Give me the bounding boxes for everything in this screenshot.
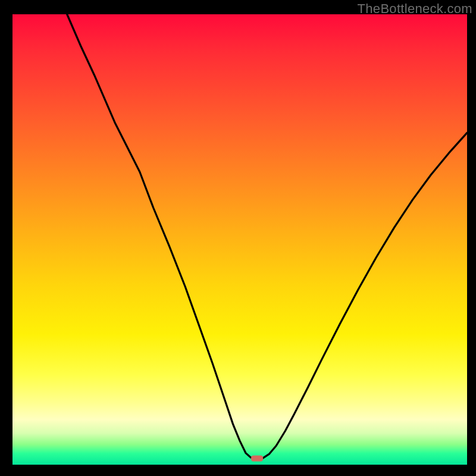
chart-frame: TheBottleneck.com <box>0 0 476 476</box>
optimal-marker <box>251 455 263 461</box>
watermark-text: TheBottleneck.com <box>358 1 472 17</box>
bottleneck-curve <box>67 14 467 458</box>
chart-svg <box>12 14 467 465</box>
plot-area <box>12 14 467 465</box>
